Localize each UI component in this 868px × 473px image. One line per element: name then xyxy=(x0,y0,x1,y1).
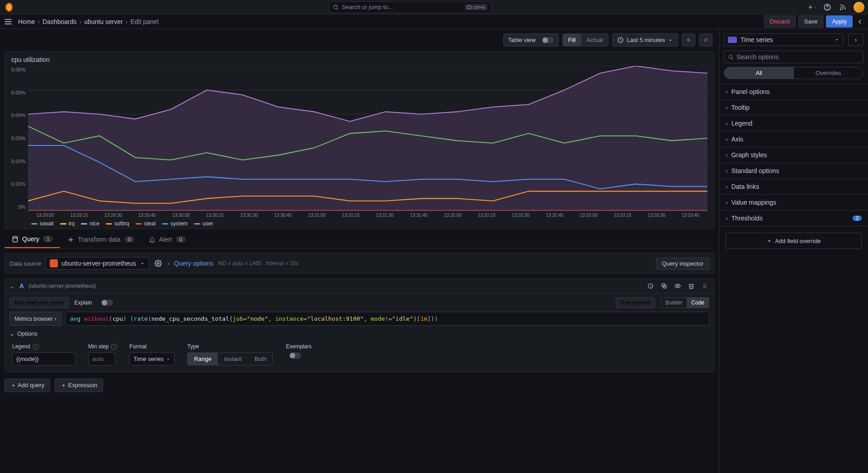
svg-rect-2 xyxy=(468,6,472,9)
crumb-dashboards[interactable]: Dashboards xyxy=(42,18,77,25)
option-section[interactable]: ›Tooltip xyxy=(719,100,868,116)
svg-point-27 xyxy=(651,287,651,287)
metrics-browser-button[interactable]: Metrics browser› xyxy=(9,312,61,326)
search-kbd: ctrl+k xyxy=(465,4,487,10)
global-search[interactable]: Search or jump to... ctrl+k xyxy=(329,1,491,13)
legend-item[interactable]: steal xyxy=(136,220,156,227)
add-field-override-button[interactable]: ＋ Add field override xyxy=(726,233,862,249)
add-menu[interactable] xyxy=(807,3,816,12)
plus-icon: ＋ xyxy=(61,382,68,389)
database-icon xyxy=(12,236,19,243)
svg-point-0 xyxy=(334,5,337,9)
query-inspector-button[interactable]: Query inspector xyxy=(656,258,709,270)
legend-input[interactable] xyxy=(12,352,75,365)
table-view-toggle[interactable]: Table view xyxy=(503,33,559,47)
x-axis: 13:29:0013:29:1513:29:3013:29:4513:30:00… xyxy=(28,211,708,218)
datasource-settings-icon[interactable] xyxy=(154,259,163,268)
visualization-select[interactable]: Time series xyxy=(724,33,844,46)
crumb-home[interactable]: Home xyxy=(18,18,35,25)
option-section[interactable]: ›Thresholds2 xyxy=(719,211,868,226)
tab-alert[interactable]: Alert 0 xyxy=(142,231,193,248)
legend-item[interactable]: system xyxy=(162,220,188,227)
info-icon[interactable]: i xyxy=(111,344,117,350)
run-queries-button[interactable]: Run queries xyxy=(616,297,655,308)
legend-item[interactable]: iowait xyxy=(31,220,54,227)
toggle-query-icon[interactable] xyxy=(673,281,682,290)
query-options-link[interactable]: Query options xyxy=(174,260,213,267)
legend-item[interactable]: nice xyxy=(81,220,99,227)
fill-actual-toggle[interactable]: Fill Actual xyxy=(562,33,609,47)
option-section[interactable]: ›Graph styles xyxy=(719,147,868,163)
refresh-icon[interactable] xyxy=(699,33,712,47)
svg-point-35 xyxy=(703,287,704,288)
info-icon[interactable]: i xyxy=(33,344,38,350)
timerange-picker[interactable]: Last 5 minutes xyxy=(612,33,678,47)
explain-switch[interactable] xyxy=(101,300,113,306)
viz-thumb-icon xyxy=(728,37,737,43)
type-segmented[interactable]: Range Instant Both xyxy=(187,352,273,365)
option-section[interactable]: ›Standard options xyxy=(719,163,868,179)
query-expression[interactable]: avg without(cpu) (rate(node_cpu_seconds_… xyxy=(65,312,709,326)
svg-point-22 xyxy=(13,236,18,238)
kick-start-button[interactable]: Kick start your query xyxy=(9,297,69,308)
svg-point-30 xyxy=(677,285,679,287)
query-help-icon[interactable] xyxy=(646,281,655,290)
option-section[interactable]: ›Panel options xyxy=(719,84,868,100)
drag-query-icon[interactable] xyxy=(700,281,709,290)
collapse-query-icon[interactable]: ⌄ xyxy=(9,282,15,290)
zoom-out-icon[interactable] xyxy=(682,33,695,47)
add-expression-button[interactable]: ＋ Expression xyxy=(55,379,103,392)
format-select[interactable]: Time series xyxy=(129,352,175,365)
legend-item[interactable]: irq xyxy=(60,220,75,227)
breadcrumb: Home› Dashboards› ubuntu server› Edit pa… xyxy=(18,18,159,25)
legend-item[interactable]: softirq xyxy=(106,220,129,227)
svg-line-38 xyxy=(732,58,733,59)
option-section[interactable]: ›Value mappings xyxy=(719,195,868,211)
menu-toggle[interactable] xyxy=(4,17,13,26)
tab-query[interactable]: Query 1 xyxy=(5,231,60,248)
exemplars-switch[interactable] xyxy=(289,352,301,359)
options-search[interactable]: Search options xyxy=(724,51,863,63)
tab-transform[interactable]: Transform data 0 xyxy=(60,231,142,248)
plus-icon: ＋ xyxy=(766,237,772,245)
prometheus-icon xyxy=(50,259,58,267)
table-view-switch[interactable] xyxy=(542,37,554,43)
option-section[interactable]: ›Data links xyxy=(719,179,868,195)
svg-point-36 xyxy=(705,287,706,288)
options-toggle[interactable]: ⌄Options xyxy=(5,330,714,341)
chevron-down-icon xyxy=(668,37,673,43)
discard-button[interactable]: Discard xyxy=(764,15,796,28)
fill-seg[interactable]: Fill xyxy=(563,34,581,46)
help-icon[interactable] xyxy=(823,3,832,12)
collapse-right-icon[interactable] xyxy=(855,17,864,26)
legend-item[interactable]: user xyxy=(194,220,213,227)
duplicate-query-icon[interactable] xyxy=(660,281,669,290)
search-icon xyxy=(728,54,734,60)
delete-query-icon[interactable] xyxy=(687,281,696,290)
news-icon[interactable] xyxy=(838,3,847,12)
option-section[interactable]: ›Axis xyxy=(719,131,868,147)
datasource-select[interactable]: ubuntu-server-prometheus xyxy=(46,257,149,270)
chevron-right-icon[interactable]: › xyxy=(167,260,170,267)
svg-point-24 xyxy=(157,262,159,264)
add-query-button[interactable]: ＋ Add query xyxy=(5,379,50,392)
viz-next-icon[interactable]: › xyxy=(848,33,863,46)
apply-button[interactable]: Apply xyxy=(826,15,853,28)
datasource-row: Data source ubuntu-server-prometheus › Q… xyxy=(5,253,714,274)
crumb-dashboard[interactable]: ubuntu server xyxy=(84,18,123,25)
search-icon xyxy=(333,4,339,10)
builder-code-toggle[interactable]: Builder Code xyxy=(660,297,709,308)
save-button[interactable]: Save xyxy=(798,15,824,28)
search-placeholder: Search or jump to... xyxy=(342,4,393,10)
grafana-logo[interactable] xyxy=(4,2,14,13)
option-section[interactable]: ›Legend xyxy=(719,116,868,131)
bell-icon xyxy=(149,236,156,243)
user-avatar[interactable] xyxy=(854,2,864,13)
transform-icon xyxy=(67,236,74,243)
minstep-input[interactable] xyxy=(88,352,115,365)
chart-plot[interactable] xyxy=(28,66,708,211)
query-id[interactable]: A xyxy=(19,282,24,290)
svg-line-1 xyxy=(337,8,338,9)
all-overrides-toggle[interactable]: All Overrides xyxy=(724,67,863,79)
actual-seg[interactable]: Actual xyxy=(581,34,608,46)
